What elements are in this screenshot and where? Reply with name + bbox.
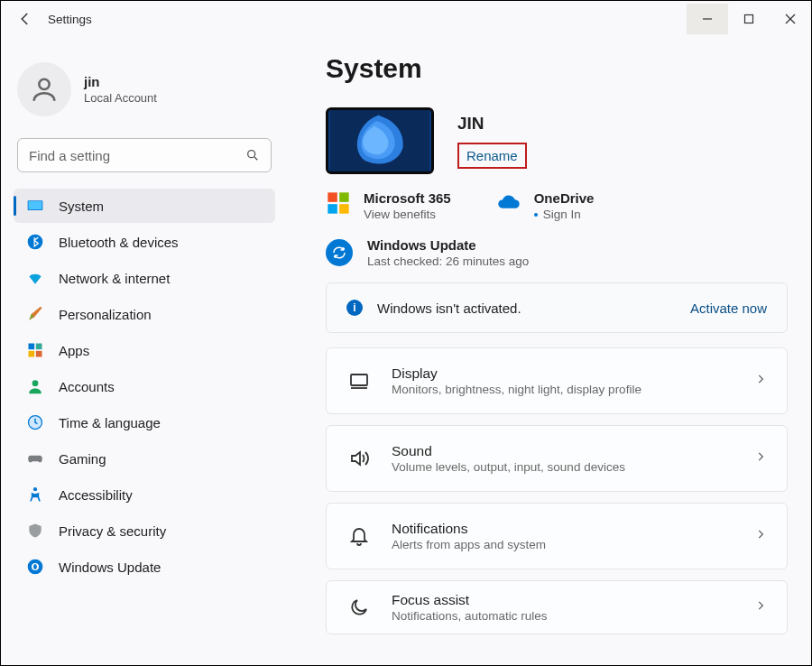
sidebar-item-privacy[interactable]: Privacy & security — [14, 513, 275, 548]
card-sound[interactable]: Sound Volume levels, output, input, soun… — [326, 425, 788, 492]
svg-rect-13 — [36, 351, 42, 357]
profile-block[interactable]: jin Local Account — [14, 62, 281, 116]
sidebar-item-system[interactable]: System — [14, 189, 275, 223]
rename-link[interactable]: Rename — [457, 143, 527, 169]
onedrive-icon — [496, 190, 521, 216]
bluetooth-icon — [26, 233, 44, 251]
svg-rect-20 — [339, 192, 349, 202]
sidebar-item-apps[interactable]: Apps — [14, 333, 275, 367]
sidebar-item-gaming[interactable]: Gaming — [14, 441, 275, 476]
nav-label: Privacy & security — [59, 523, 166, 539]
chevron-right-icon — [754, 599, 767, 615]
nav-label: Accounts — [59, 379, 115, 394]
card-sub: Alerts from apps and system — [392, 538, 754, 551]
nav-label: Personalization — [59, 307, 152, 322]
nav-label: Windows Update — [59, 560, 161, 575]
window-minimize-button[interactable] — [687, 4, 728, 34]
info-icon: i — [346, 300, 363, 316]
profile-account-type: Local Account — [84, 91, 157, 105]
chevron-right-icon — [754, 450, 767, 467]
service-title: OneDrive — [534, 190, 595, 206]
card-focus-assist[interactable]: Focus assist Notifications, automatic ru… — [326, 580, 788, 634]
back-button[interactable] — [17, 11, 33, 27]
svg-point-9 — [28, 235, 43, 250]
service-onedrive[interactable]: OneDrive Sign In — [496, 190, 595, 221]
bell-icon — [346, 523, 372, 549]
clock-icon — [26, 413, 44, 431]
gamepad-icon — [26, 449, 44, 467]
nav-label: Time & language — [59, 415, 161, 430]
svg-point-16 — [33, 487, 37, 491]
apps-icon — [26, 341, 44, 359]
display-icon — [346, 368, 372, 393]
svg-rect-22 — [339, 204, 349, 214]
card-notifications[interactable]: Notifications Alerts from apps and syste… — [326, 503, 788, 569]
service-title: Microsoft 365 — [364, 190, 451, 206]
update-icon — [326, 239, 353, 266]
nav-label: Network & internet — [59, 271, 170, 286]
brush-icon — [26, 305, 44, 323]
device-thumbnail — [326, 107, 434, 174]
nav-label: Apps — [59, 343, 89, 358]
banner-text: Windows isn't activated. — [377, 301, 690, 316]
card-title: Display — [392, 365, 754, 382]
app-title: Settings — [48, 13, 92, 26]
svg-rect-21 — [328, 204, 337, 214]
activation-banner: i Windows isn't activated. Activate now — [326, 282, 788, 333]
svg-point-14 — [32, 380, 39, 386]
moon-icon — [346, 595, 372, 620]
svg-point-4 — [39, 79, 49, 89]
chevron-right-icon — [754, 528, 767, 544]
search-input[interactable] — [29, 148, 245, 163]
svg-point-17 — [28, 560, 43, 575]
card-sub: Monitors, brightness, night light, displ… — [392, 383, 754, 396]
main-content: System JIN Rename Microsoft 365 View ben… — [290, 37, 811, 665]
svg-rect-19 — [328, 192, 337, 202]
svg-line-6 — [254, 157, 257, 160]
sidebar-item-time-language[interactable]: Time & language — [14, 405, 275, 439]
card-sub: Volume levels, output, input, sound devi… — [392, 460, 754, 474]
avatar — [17, 62, 71, 116]
svg-rect-23 — [351, 375, 367, 385]
search-box[interactable] — [17, 138, 272, 172]
sidebar-item-accessibility[interactable]: Accessibility — [14, 477, 275, 512]
nav-list: System Bluetooth & devices Network & int… — [14, 189, 281, 584]
sidebar: jin Local Account System Bluetooth & dev… — [1, 37, 290, 665]
svg-rect-1 — [745, 15, 753, 23]
wifi-icon — [26, 269, 44, 287]
card-display[interactable]: Display Monitors, brightness, night ligh… — [326, 347, 788, 414]
nav-label: Gaming — [59, 451, 106, 467]
sidebar-item-personalization[interactable]: Personalization — [14, 297, 275, 331]
person-icon — [26, 377, 44, 395]
system-icon — [26, 197, 44, 215]
svg-rect-8 — [29, 201, 42, 209]
card-title: Notifications — [392, 521, 754, 537]
svg-rect-11 — [36, 344, 42, 350]
device-name: JIN — [457, 114, 527, 134]
sidebar-item-windows-update[interactable]: Windows Update — [14, 550, 275, 584]
search-icon — [245, 148, 260, 162]
sidebar-item-bluetooth[interactable]: Bluetooth & devices — [14, 225, 275, 259]
microsoft-365-icon — [326, 190, 351, 216]
accessibility-icon — [26, 486, 44, 504]
update-sub: Last checked: 26 minutes ago — [367, 254, 529, 268]
windows-update-row[interactable]: Windows Update Last checked: 26 minutes … — [326, 237, 788, 268]
window-close-button[interactable] — [770, 4, 811, 34]
nav-label: Bluetooth & devices — [59, 235, 179, 250]
sidebar-item-network[interactable]: Network & internet — [14, 261, 275, 295]
service-sub: View benefits — [364, 208, 451, 221]
activate-now-link[interactable]: Activate now — [690, 301, 767, 316]
services-row: Microsoft 365 View benefits OneDrive Sig… — [326, 190, 788, 221]
service-microsoft-365[interactable]: Microsoft 365 View benefits — [326, 190, 451, 221]
profile-name: jin — [84, 74, 157, 89]
card-title: Focus assist — [392, 592, 754, 608]
shield-icon — [26, 522, 44, 540]
service-sub: Sign In — [534, 208, 595, 221]
titlebar: Settings — [1, 1, 811, 37]
svg-rect-10 — [29, 344, 35, 350]
window-maximize-button[interactable] — [728, 4, 770, 34]
nav-label: System — [59, 199, 104, 214]
update-icon — [26, 558, 44, 576]
sidebar-item-accounts[interactable]: Accounts — [14, 369, 275, 403]
sound-icon — [346, 446, 372, 471]
